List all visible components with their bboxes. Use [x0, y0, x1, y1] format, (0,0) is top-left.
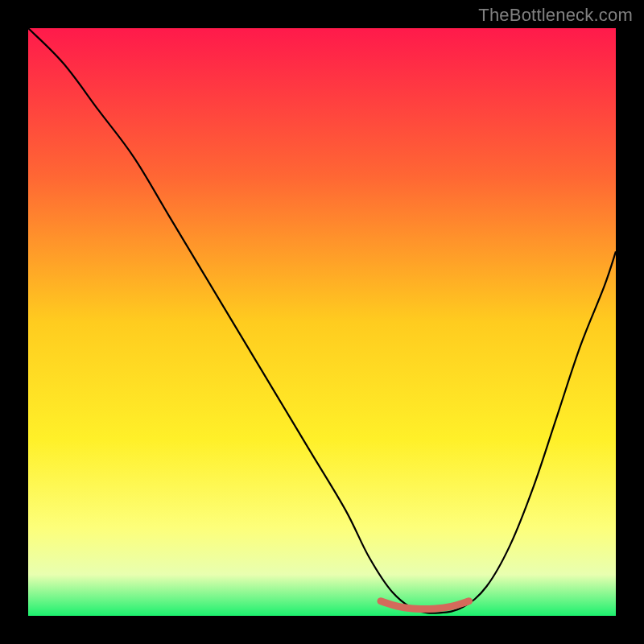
- chart-frame: TheBottleneck.com: [0, 0, 644, 644]
- watermark-text: TheBottleneck.com: [478, 5, 633, 26]
- chart-background: [28, 28, 616, 616]
- chart-svg: [28, 28, 616, 616]
- plot-area: [28, 28, 616, 616]
